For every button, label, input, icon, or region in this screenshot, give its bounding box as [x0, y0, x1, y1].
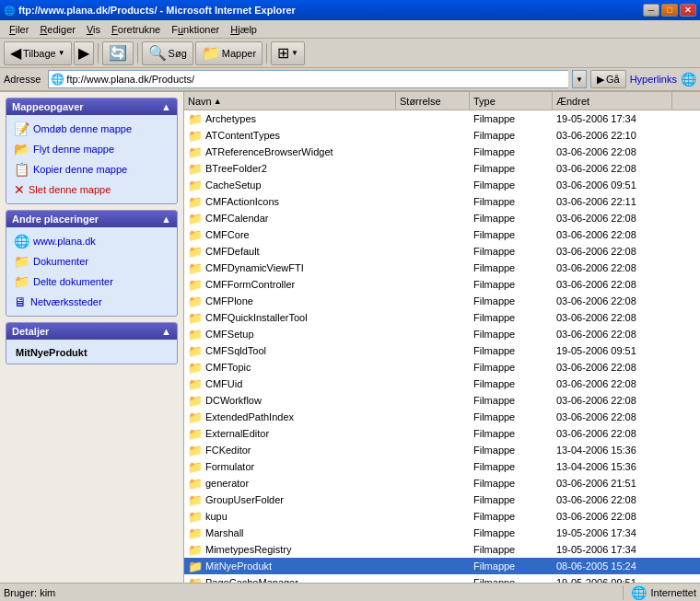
table-row[interactable]: 📁FormulatorFilmappe13-04-2006 15:36	[184, 458, 700, 475]
file-name: CMFCalendar	[205, 213, 268, 224]
user-status: Bruger: kim	[4, 587, 55, 598]
table-row[interactable]: 📁FCKeditorFilmappe13-04-2006 15:36	[184, 442, 700, 458]
table-row[interactable]: 📁CMFPloneFilmappe03-06-2006 22:08	[184, 293, 700, 309]
table-row[interactable]: 📁CMFDefaultFilmappe03-06-2006 22:08	[184, 243, 700, 260]
file-modified-cell: 19-05-2006 17:34	[553, 527, 672, 538]
refresh-button[interactable]: 🔄	[102, 41, 134, 65]
back-button[interactable]: ◀ Tilbage ▼	[4, 41, 72, 65]
file-type-cell: Filmappe	[470, 279, 553, 290]
tasks-collapse-icon: ▲	[161, 101, 171, 112]
col-header-type[interactable]: Type	[470, 92, 553, 110]
menu-rediger[interactable]: Rediger	[34, 22, 81, 37]
search-button[interactable]: 🔍 Søg	[142, 41, 193, 65]
file-name-cell: 📁CMFSetup	[184, 328, 396, 341]
folders-button[interactable]: 📁 Mapper	[195, 41, 262, 65]
table-row[interactable]: 📁CMFUidFilmappe03-06-2006 22:08	[184, 376, 700, 392]
table-row[interactable]: 📁MarshallFilmappe19-05-2006 17:34	[184, 525, 700, 541]
menu-vis[interactable]: Vis	[81, 22, 106, 37]
address-input-wrap: 🌐	[48, 70, 568, 88]
folder-icon: 📁	[188, 228, 203, 242]
folder-icon: 📁	[188, 278, 203, 292]
sidebar-item-rename[interactable]: 📝 Omdøb denne mappe	[12, 119, 171, 139]
main-content: Mappeopgaver ▲ 📝 Omdøb denne mappe 📂 Fly…	[0, 92, 700, 583]
table-row[interactable]: 📁ExtendedPathIndexFilmappe03-06-2006 22:…	[184, 409, 700, 425]
table-row[interactable]: 📁CMFFormControllerFilmappe03-06-2006 22:…	[184, 276, 700, 293]
col-header-name[interactable]: Navn ▲	[184, 92, 396, 110]
maximize-button[interactable]: □	[661, 4, 678, 17]
file-name: CMFSetup	[205, 329, 254, 340]
table-row[interactable]: 📁ArchetypesFilmappe19-05-2006 17:34	[184, 110, 700, 127]
hyperlinks-link[interactable]: Hyperlinks	[630, 74, 677, 85]
table-row[interactable]: 📁CMFCalendarFilmappe03-06-2006 22:08	[184, 210, 700, 226]
file-name-cell: 📁GroupUserFolder	[184, 493, 396, 507]
forward-icon: ▶	[78, 44, 89, 62]
file-modified-cell: 03-06-2006 22:08	[553, 229, 672, 240]
address-page-icon: 🌐	[51, 73, 64, 86]
menu-hjaelp[interactable]: Hjælp	[225, 22, 262, 37]
table-row[interactable]: 📁CMFSqldToolFilmappe19-05-2006 09:51	[184, 342, 700, 359]
file-name: CMFSqldTool	[205, 345, 266, 356]
file-type-cell: Filmappe	[470, 329, 553, 340]
table-row[interactable]: 📁BTreeFolder2Filmappe03-06-2006 22:08	[184, 160, 700, 177]
table-row[interactable]: 📁CacheSetupFilmappe03-06-2006 09:51	[184, 177, 700, 193]
title-bar: 🌐 ftp://www.plana.dk/Products/ - Microso…	[0, 0, 700, 20]
table-row[interactable]: 📁CMFCoreFilmappe03-06-2006 22:08	[184, 226, 700, 243]
table-row[interactable]: 📁MimetypesRegistryFilmappe19-05-2006 17:…	[184, 541, 700, 558]
file-name: PageCacheManager	[205, 577, 298, 583]
folder-icon: 📁	[188, 427, 203, 441]
table-row[interactable]: 📁DCWorkflowFilmappe03-06-2006 22:08	[184, 392, 700, 409]
col-header-size[interactable]: Størrelse	[396, 92, 470, 110]
file-name: CMFCore	[205, 229, 250, 240]
sidebar-item-network[interactable]: 🖥 Netværkssteder	[12, 292, 171, 312]
table-row[interactable]: 📁ATContentTypesFilmappe03-06-2006 22:10	[184, 127, 700, 144]
tasks-header[interactable]: Mappeopgaver ▲	[6, 98, 177, 115]
folder-icon: 📁	[188, 477, 203, 491]
sidebar-item-copy[interactable]: 📋 Kopier denne mappe	[12, 159, 171, 179]
details-header[interactable]: Detaljer ▲	[6, 323, 177, 340]
forward-button[interactable]: ▶	[74, 41, 94, 65]
places-header[interactable]: Andre placeringer ▲	[6, 211, 177, 227]
file-name-cell: 📁CMFSqldTool	[184, 344, 396, 358]
folder-icon: 📁	[188, 576, 203, 584]
table-row[interactable]: 📁GroupUserFolderFilmappe03-06-2006 22:08	[184, 491, 700, 508]
address-input[interactable]	[66, 74, 566, 85]
table-row[interactable]: 📁CMFQuickInstallerToolFilmappe03-06-2006…	[184, 309, 700, 326]
table-row[interactable]: 📁CMFActionIconsFilmappe03-06-2006 22:11	[184, 193, 700, 210]
close-button[interactable]: ✕	[680, 4, 696, 17]
file-name: GroupUserFolder	[205, 494, 284, 505]
address-dropdown-button[interactable]: ▼	[572, 70, 587, 88]
sidebar-item-move[interactable]: 📂 Flyt denne mappe	[12, 139, 171, 159]
go-button[interactable]: ▶ Gå	[590, 70, 626, 88]
table-row[interactable]: 📁CMFSetupFilmappe03-06-2006 22:08	[184, 326, 700, 342]
sidebar-item-shared-docs[interactable]: 📁 Delte dokumenter	[12, 272, 171, 292]
table-row[interactable]: 📁PageCacheManagerFilmappe19-05-2006 09:5…	[184, 574, 700, 583]
folder-icon: 📁	[188, 460, 203, 474]
window-title: ftp://www.plana.dk/Products/ - Microsoft…	[18, 5, 296, 16]
ie-icon: 🌐	[4, 6, 15, 16]
back-dropdown-icon: ▼	[58, 49, 65, 57]
minimize-button[interactable]: ─	[643, 4, 659, 17]
menu-foretrukne[interactable]: Foretrukne	[106, 22, 166, 37]
table-row[interactable]: 📁generatorFilmappe03-06-2006 21:51	[184, 475, 700, 491]
table-row[interactable]: 📁kupuFilmappe03-06-2006 22:08	[184, 508, 700, 525]
views-button[interactable]: ⊞ ▼	[271, 41, 305, 65]
sidebar-item-delete[interactable]: ✕ Slet denne mappe	[12, 179, 171, 200]
sidebar-item-plana[interactable]: 🌐 www.plana.dk	[12, 231, 171, 251]
file-list-scroll[interactable]: 📁ArchetypesFilmappe19-05-2006 17:34📁ATCo…	[184, 110, 700, 583]
file-modified-cell: 08-06-2005 15:24	[553, 561, 672, 572]
col-header-modified[interactable]: Ændret	[553, 92, 672, 110]
menu-filer[interactable]: Filer	[4, 22, 34, 37]
table-row[interactable]: 📁ExternalEditorFilmappe03-06-2006 22:08	[184, 425, 700, 442]
table-row[interactable]: 📁ATReferenceBrowserWidgetFilmappe03-06-2…	[184, 144, 700, 160]
table-row[interactable]: 📁MitNyeProduktFilmappe08-06-2005 15:24	[184, 558, 700, 574]
menu-funktioner[interactable]: Funktioner	[166, 22, 225, 37]
file-modified-cell: 03-06-2006 22:10	[553, 130, 672, 141]
go-label: Gå	[606, 74, 620, 85]
file-name: ExtendedPathIndex	[205, 411, 294, 422]
sidebar-item-docs[interactable]: 📁 Dokumenter	[12, 251, 171, 272]
table-row[interactable]: 📁CMFTopicFilmappe03-06-2006 22:08	[184, 359, 700, 376]
shared-docs-icon: 📁	[14, 274, 29, 289]
file-modified-cell: 13-04-2006 15:36	[553, 461, 672, 472]
table-row[interactable]: 📁CMFDynamicViewFTIFilmappe03-06-2006 22:…	[184, 260, 700, 276]
file-name: CMFUid	[205, 378, 242, 389]
